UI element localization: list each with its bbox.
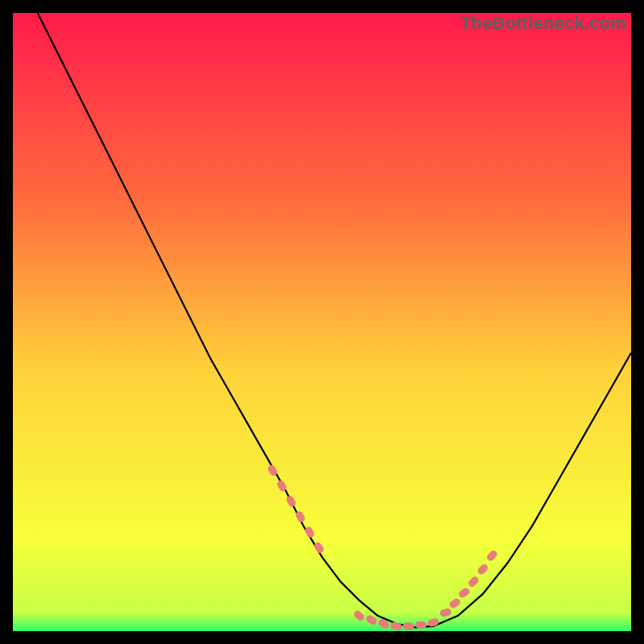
gradient-background bbox=[13, 13, 631, 631]
curve-marker bbox=[402, 622, 415, 630]
watermark-text: TheBottleneck.com bbox=[460, 13, 626, 34]
chart-frame: TheBottleneck.com bbox=[13, 13, 631, 631]
curve-marker bbox=[415, 621, 427, 629]
bottleneck-chart bbox=[13, 13, 631, 631]
